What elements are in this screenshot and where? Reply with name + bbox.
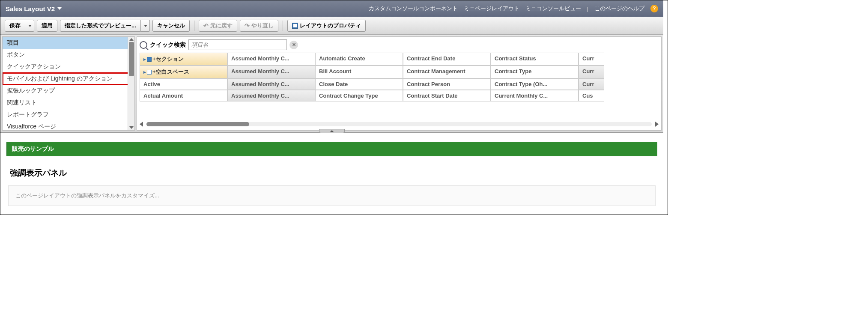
category-expanded-lookups[interactable]: 拡張ルックアップ xyxy=(3,85,134,97)
clear-search-button[interactable]: ✕ xyxy=(289,41,298,49)
scroll-right-icon xyxy=(655,122,659,127)
category-related-lists[interactable]: 関連リスト xyxy=(3,97,134,109)
caret-down-icon xyxy=(144,25,147,27)
redo-button[interactable]: ↷ やり直し xyxy=(240,20,278,32)
field-section[interactable]: ▸+セクション xyxy=(140,53,227,66)
field-label: +空白スペース xyxy=(152,69,189,75)
preview-dropdown-button[interactable] xyxy=(141,20,150,32)
arrow-right-icon: ▸ xyxy=(143,57,146,62)
field-item[interactable]: Contract Status xyxy=(491,53,579,66)
field-row: Active Assumed Monthly C... Close Date C… xyxy=(140,78,659,90)
scrollbar-track[interactable] xyxy=(146,122,652,126)
scroll-down-icon xyxy=(129,126,134,129)
field-item[interactable]: Assumed Monthly C... xyxy=(227,78,315,90)
separator xyxy=(283,21,283,31)
field-item[interactable]: Contract Start Date xyxy=(403,90,491,101)
section-header-sales-sample[interactable]: 販売のサンプル xyxy=(6,142,657,156)
field-item[interactable]: Bill Account xyxy=(315,66,403,78)
search-icon xyxy=(140,41,147,49)
highlight-panel-placeholder[interactable]: このページレイアウトの強調表示パネルをカスタマイズ... xyxy=(8,185,656,206)
field-grid: ▸+セクション Assumed Monthly C... Automatic C… xyxy=(140,53,659,118)
redo-label: やり直し xyxy=(251,22,274,30)
field-row: Actual Amount Assumed Monthly C... Contr… xyxy=(140,90,659,101)
palette-area: 項目 ボタン クイックアクション モバイルおよび Lightning のアクショ… xyxy=(0,35,663,133)
layout-properties-button[interactable]: レイアウトのプロパティ xyxy=(287,20,366,32)
properties-icon xyxy=(292,23,298,29)
field-item[interactable]: Assumed Monthly C... xyxy=(227,90,315,101)
category-report-charts[interactable]: レポートグラフ xyxy=(3,109,134,121)
layout-title-dropdown[interactable]: Sales Layout V2 xyxy=(6,5,62,12)
field-item[interactable]: Close Date xyxy=(315,78,403,90)
field-item[interactable]: Assumed Monthly C... xyxy=(227,53,315,66)
undo-button[interactable]: ↶ 元に戻す xyxy=(199,20,237,32)
layout-properties-label: レイアウトのプロパティ xyxy=(300,22,361,30)
category-visualforce-pages[interactable]: Visualforce ページ xyxy=(3,121,134,131)
highlight-panel-title: 強調表示パネル xyxy=(10,167,654,179)
field-panel: クイック検索 ✕ ▸+セクション Assumed Monthly C... Au… xyxy=(137,36,662,131)
blank-space-icon xyxy=(147,70,152,75)
preview-button-group: 指定した形式でプレビュー... xyxy=(60,20,150,32)
field-item[interactable]: Curr xyxy=(579,53,604,66)
scrollbar-thumb[interactable] xyxy=(146,122,249,126)
toolbar: 保存 適用 指定した形式でプレビュー... キャンセル ↶ 元に戻す ↷ やり直… xyxy=(0,17,663,35)
field-item[interactable]: Active xyxy=(140,78,227,90)
apply-button[interactable]: 適用 xyxy=(37,20,57,32)
field-blank-space[interactable]: ▸+空白スペース xyxy=(140,66,227,78)
field-item[interactable]: Cus xyxy=(579,90,604,101)
field-item[interactable]: Contract Change Type xyxy=(315,90,403,101)
field-item[interactable]: Contract Person xyxy=(403,78,491,90)
field-item[interactable]: Current Monthly C... xyxy=(491,90,579,101)
scroll-up-icon xyxy=(129,38,134,41)
save-dropdown-button[interactable] xyxy=(25,20,34,32)
chevron-down-icon xyxy=(57,7,62,10)
redo-icon: ↷ xyxy=(245,22,250,29)
help-icon[interactable]: ? xyxy=(650,5,658,12)
field-item[interactable]: Actual Amount xyxy=(140,90,227,101)
palette-collapse-handle[interactable] xyxy=(319,129,345,133)
section-icon xyxy=(147,57,152,62)
scrollbar-thumb[interactable] xyxy=(129,42,134,76)
category-mobile-lightning-actions[interactable]: モバイルおよび Lightning のアクション xyxy=(3,73,134,85)
field-item[interactable]: Assumed Monthly C... xyxy=(227,66,315,78)
field-label: +セクション xyxy=(152,56,184,62)
layout-canvas: 販売のサンプル 強調表示パネル このページレイアウトの強調表示パネルをカスタマイ… xyxy=(0,133,663,215)
field-item[interactable]: Automatic Create xyxy=(315,53,403,66)
category-scrollbar[interactable] xyxy=(128,37,134,130)
preview-button[interactable]: 指定した形式でプレビュー... xyxy=(60,20,141,32)
undo-icon: ↶ xyxy=(203,22,209,29)
field-item[interactable]: Contract Type xyxy=(491,66,579,78)
category-list: 項目 ボタン クイックアクション モバイルおよび Lightning のアクショ… xyxy=(2,36,135,131)
cancel-button[interactable]: キャンセル xyxy=(152,20,190,32)
field-horizontal-scrollbar[interactable] xyxy=(140,121,659,128)
title-bar: Sales Layout V2 カスタムコンソールコンポーネント ミニページレイ… xyxy=(0,0,663,17)
field-row: ▸+セクション Assumed Monthly C... Automatic C… xyxy=(140,53,659,66)
link-mini-page-layout[interactable]: ミニページレイアウト xyxy=(464,5,519,12)
field-item[interactable]: Contract Management xyxy=(403,66,491,78)
quick-find-row: クイック検索 ✕ xyxy=(140,39,659,50)
separator xyxy=(194,21,194,31)
save-button-group: 保存 xyxy=(5,20,34,32)
field-item[interactable]: Curr xyxy=(579,78,604,90)
category-quick-actions[interactable]: クイックアクション xyxy=(3,61,134,73)
scroll-left-icon xyxy=(140,122,143,127)
quick-find-input[interactable] xyxy=(188,39,287,50)
caret-down-icon xyxy=(28,25,32,27)
quick-find-label: クイック検索 xyxy=(150,41,186,49)
category-buttons[interactable]: ボタン xyxy=(3,49,134,61)
divider: | xyxy=(587,6,588,12)
layout-title: Sales Layout V2 xyxy=(6,5,55,12)
arrow-right-icon: ▸ xyxy=(143,69,146,75)
field-item[interactable]: Curr xyxy=(579,66,604,78)
link-help-page[interactable]: このページのヘルプ xyxy=(594,5,644,12)
save-button[interactable]: 保存 xyxy=(5,20,25,32)
undo-label: 元に戻す xyxy=(210,22,233,30)
field-item[interactable]: Contract Type (Oh... xyxy=(491,78,579,90)
field-item[interactable]: Contract End Date xyxy=(403,53,491,66)
link-mini-console-view[interactable]: ミニコンソールビュー xyxy=(525,5,581,12)
category-fields[interactable]: 項目 xyxy=(3,37,134,49)
link-custom-console[interactable]: カスタムコンソールコンポーネント xyxy=(369,5,458,12)
field-row: ▸+空白スペース Assumed Monthly C... Bill Accou… xyxy=(140,66,659,78)
